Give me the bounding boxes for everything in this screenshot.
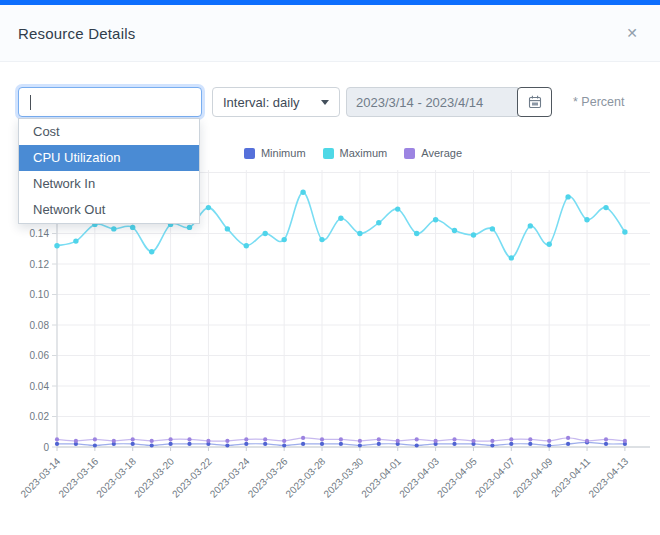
- legend-swatch: [404, 148, 415, 159]
- dropdown-option-cpu-utilization[interactable]: CPU Utilization: [19, 145, 199, 171]
- legend-swatch: [323, 148, 334, 159]
- legend-item-average[interactable]: Average: [404, 147, 462, 159]
- svg-text:0.10: 0.10: [30, 289, 50, 300]
- svg-text:0.04: 0.04: [30, 381, 50, 392]
- svg-text:0.08: 0.08: [30, 320, 50, 331]
- cpu-utilization-chart: 00.020.040.060.080.100.120.142023-03-142…: [0, 0, 660, 535]
- dropdown-option-network-in[interactable]: Network In: [19, 171, 199, 197]
- svg-text:0.06: 0.06: [30, 350, 50, 361]
- svg-text:0: 0: [43, 442, 49, 453]
- legend-item-maximum[interactable]: Maximum: [323, 147, 388, 159]
- svg-text:0.02: 0.02: [30, 411, 50, 422]
- resource-details-modal: Resource Details ✕ 00.020.040.060.080.10…: [0, 0, 660, 535]
- svg-text:2023-04-13: 2023-04-13: [586, 455, 630, 499]
- dropdown-option-cost[interactable]: Cost: [19, 119, 199, 145]
- legend-label: Average: [421, 147, 462, 159]
- legend-item-minimum[interactable]: Minimum: [244, 147, 306, 159]
- metric-dropdown-list: CostCPU UtilizationNetwork InNetwork Out: [18, 118, 200, 224]
- svg-text:0.12: 0.12: [30, 259, 50, 270]
- legend-label: Maximum: [340, 147, 388, 159]
- svg-text:2023-04-09: 2023-04-09: [511, 455, 555, 499]
- legend-label: Minimum: [261, 147, 306, 159]
- svg-text:0.14: 0.14: [30, 228, 50, 239]
- legend-swatch: [244, 148, 255, 159]
- dropdown-option-network-out[interactable]: Network Out: [19, 197, 199, 223]
